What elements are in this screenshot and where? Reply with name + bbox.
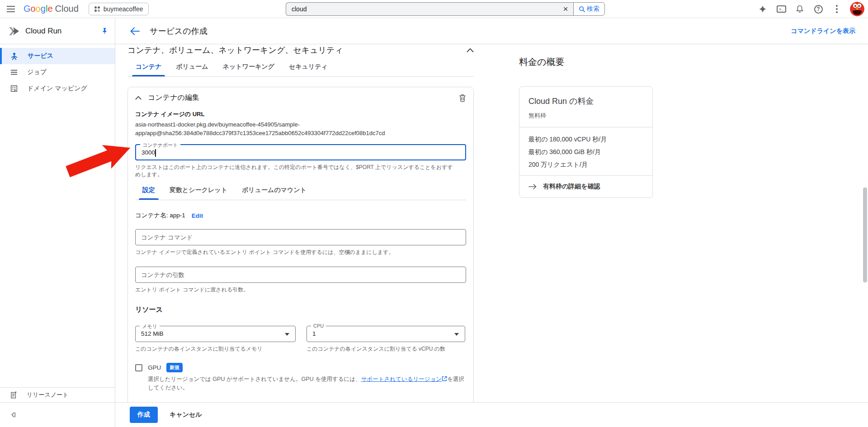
gpu-label: GPU [148,364,161,371]
action-bar: 作成 キャンセル [115,402,868,427]
clear-search-icon[interactable]: × [558,3,573,15]
create-button[interactable]: 作成 [130,407,158,423]
cpu-label: CPU [311,323,326,328]
sidebar-header: Cloud Run [0,18,115,44]
topbar-actions: >_ ? [757,0,864,18]
domain-icon [10,84,18,93]
container-inner-tabs: 設定 変数とシークレット ボリュームのマウント [135,186,466,200]
cloud-shell-icon[interactable]: >_ [776,4,787,14]
image-url-label: コンテナ イメージの URL [135,110,466,118]
google-wordmark: Google [24,4,53,14]
container-command-field[interactable] [135,229,466,245]
edit-container-name-link[interactable]: Edit [192,212,203,219]
collapse-sidebar-icon [10,411,17,418]
pricing-item: 最初の 180,000 vCPU 秒/月 [528,136,643,143]
supported-regions-link[interactable]: サポートされているリージョン [361,376,442,382]
container-edit-card: コンテナの編集 コンテナ イメージの URL asia-northeast1-d… [127,87,474,402]
tab-volume-mounts[interactable]: ボリュームのマウント [235,186,314,200]
back-arrow-icon[interactable] [130,27,140,35]
container-port-field[interactable]: コンテナポート [135,144,466,160]
services-icon [10,52,19,61]
memory-select[interactable]: メモリ 512 MiB [135,326,296,342]
container-command-input[interactable] [136,230,466,245]
gpu-row: GPU 新規 [135,363,466,372]
search-bar: × 検索 [286,2,605,16]
sidebar-item-label: ジョブ [27,68,47,76]
project-icon [94,6,100,12]
collapse-section-icon[interactable] [467,48,474,52]
sidebar-item-domain-mappings[interactable]: ドメイン マッピング [0,80,115,97]
text-cursor [155,149,156,157]
tab-security[interactable]: セキュリティ [282,63,335,76]
sidebar: Cloud Run サービス ジョブ [0,18,115,427]
google-cloud-logo[interactable]: Google Cloud [24,4,79,14]
search-input[interactable] [286,5,558,13]
sidebar-item-jobs[interactable]: ジョブ [0,64,115,80]
search-button[interactable]: 検索 [573,2,605,16]
pricing-panel: 料金の概要 Cloud Run の料金 無料枠 最初の 180,000 vCPU… [519,56,653,198]
dropdown-arrow-icon [285,333,289,336]
sidebar-item-label: サービス [28,52,53,60]
section-header: コンテナ、ボリューム、ネットワーキング、セキュリティ [127,44,474,56]
pricing-heading: 料金の概要 [519,56,653,68]
jobs-icon [10,68,18,76]
section-tabs: コンテナ ボリューム ネットワーキング セキュリティ [127,63,474,77]
memory-value: 512 MiB [136,326,295,342]
cloud-console-page: Google Cloud buymeacoffee × 検索 [0,0,868,427]
external-link-icon [442,376,447,381]
memory-label: メモリ [140,323,160,330]
search-button-label: 検索 [587,5,599,13]
tab-settings[interactable]: 設定 [135,186,162,200]
resources-row: メモリ 512 MiB CPU 1 [135,326,466,342]
show-command-line-link[interactable]: コマンドラインを表示 [791,27,855,35]
tab-variables-secrets[interactable]: 変数とシークレット [162,186,235,200]
image-url-line2: app/app@sha256:384d0e788dcc379f37c1353ce… [135,129,466,137]
container-args-field[interactable] [135,267,466,283]
tab-networking[interactable]: ネットワーキング [216,63,282,76]
container-args-help: エントリ ポイント コマンドに渡される引数。 [135,286,466,293]
sidebar-item-services[interactable]: サービス [0,48,115,64]
container-name-row: コンテナ名: app-1 Edit [135,211,466,220]
gpu-checkbox[interactable] [135,364,142,371]
sidebar-footer: リリースノート [0,387,115,427]
pricing-card: Cloud Run の料金 無料枠 最初の 180,000 vCPU 秒/月 最… [519,86,653,198]
cpu-select[interactable]: CPU 1 [307,326,465,342]
paid-tier-details-link[interactable]: 有料枠の詳細を確認 [519,176,652,197]
pin-icon[interactable] [101,27,108,35]
tab-container[interactable]: コンテナ [128,63,169,76]
menu-icon[interactable] [2,0,20,18]
delete-container-icon[interactable] [459,94,466,102]
container-name-label: コンテナ名: app-1 [135,211,185,220]
release-notes-label: リリースノート [27,391,69,399]
cpu-value: 1 [307,326,465,342]
avatar[interactable] [850,2,864,16]
gemini-sparkle-icon[interactable] [757,4,768,14]
resources-title: リソース [135,305,466,314]
container-args-input[interactable] [136,267,466,282]
container-card-header: コンテナの編集 [135,93,466,103]
image-url-line1: asia-northeast1-docker.pkg.dev/buymeacof… [135,121,466,128]
tab-volumes[interactable]: ボリューム [169,63,215,76]
page-header: サービスの作成 コマンドラインを表示 [115,18,868,44]
cancel-button[interactable]: キャンセル [170,411,202,419]
collapse-sidebar-button[interactable] [0,402,115,427]
container-port-label: コンテナポート [140,142,180,149]
search-input-box[interactable]: × [286,2,573,16]
gpu-help: 選択したリージョンでは GPU がサポートされていません。GPU を使用するには… [148,375,464,392]
arrow-right-icon [528,183,537,190]
notifications-bell-icon[interactable] [794,4,805,14]
more-vert-icon[interactable] [831,4,842,14]
pricing-card-title: Cloud Run の料金 [528,96,643,107]
project-selector[interactable]: buymeacoffee [89,3,149,15]
release-notes-icon [10,391,18,399]
help-icon[interactable]: ? [813,4,824,14]
collapse-card-icon[interactable] [135,96,142,100]
sidebar-nav: サービス ジョブ ドメイン マッピング [0,44,115,97]
vertical-scrollbar-thumb[interactable] [863,188,867,282]
container-port-input[interactable] [136,145,465,160]
cloud-wordmark: Cloud [55,4,79,14]
release-notes-link[interactable]: リリースノート [0,387,115,402]
pricing-item: 200 万リクエスト/月 [528,161,643,168]
section-title: コンテナ、ボリューム、ネットワーキング、セキュリティ [127,45,343,56]
create-service-form: コンテナ、ボリューム、ネットワーキング、セキュリティ コンテナ ボリューム ネッ… [127,44,474,402]
